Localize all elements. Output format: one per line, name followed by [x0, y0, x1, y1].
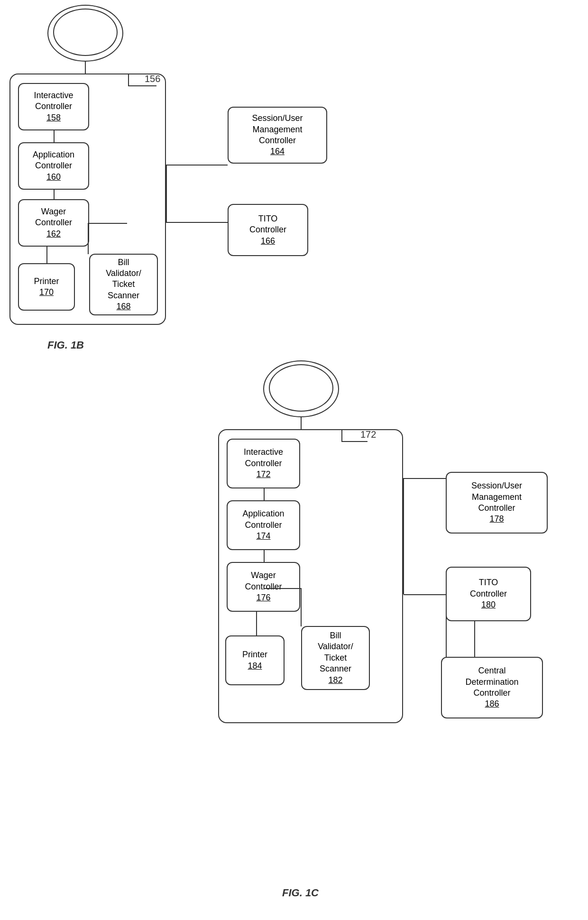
line-wc-p-1c [256, 612, 257, 636]
box-tito-180: TITOController 180 [446, 567, 531, 621]
box-session-164-title: Session/UserManagementController [252, 113, 303, 146]
box-tito-180-title: TITOController [470, 577, 507, 599]
arrow-172-h [341, 441, 368, 442]
line-right-1b [166, 165, 167, 222]
line-wc-bv-v-1b [88, 223, 89, 254]
line-wc-bv-v-1c [301, 588, 302, 626]
ref-172: 172 [360, 429, 376, 440]
box-bill-168-title: BillValidator/TicketScanner [106, 257, 141, 302]
box-application-160-title: ApplicationController [33, 149, 74, 172]
box-printer-184: Printer 184 [225, 635, 285, 685]
box-interactive-172-ref: 172 [256, 469, 270, 480]
line-tito-cd-v-1c [474, 621, 475, 657]
box-application-174: ApplicationController 174 [227, 500, 300, 550]
box-application-160-ref: 160 [46, 172, 61, 183]
box-interactive-158-ref: 158 [46, 112, 61, 123]
line-wc-bv-1b [89, 223, 127, 224]
box-printer-170-title: Printer [34, 276, 59, 287]
box-wager-162-ref: 162 [46, 229, 61, 239]
line-right-ext-1c [446, 594, 447, 657]
ref-156: 156 [145, 74, 160, 84]
box-bill-168: BillValidator/TicketScanner 168 [89, 254, 158, 315]
box-tito-166-ref: 166 [261, 236, 275, 247]
box-session-164-ref: 164 [270, 146, 285, 157]
box-interactive-172: InteractiveController 172 [227, 439, 300, 488]
box-printer-170: Printer 170 [18, 263, 75, 311]
box-application-174-title: ApplicationController [242, 508, 284, 531]
box-bill-182: BillValidator/TicketScanner 182 [301, 626, 370, 690]
box-session-178-title: Session/UserManagementController [471, 480, 522, 514]
box-bill-182-title: BillValidator/TicketScanner [318, 630, 353, 675]
box-wager-176-title: WagerController [245, 570, 282, 592]
person-head-inner-1b [53, 9, 118, 56]
box-interactive-172-title: InteractiveController [244, 447, 283, 469]
box-bill-182-ref: 182 [328, 675, 342, 686]
box-session-178-ref: 178 [489, 514, 504, 524]
line-ac-su-1c [404, 478, 446, 479]
arrow-156-h [128, 85, 156, 86]
box-tito-166: TITOController 166 [228, 204, 308, 256]
diagram-container: 156 InteractiveController 158 Applicatio… [0, 0, 588, 920]
box-wager-162-title: WagerController [35, 206, 72, 229]
person-neck-1b [85, 61, 86, 75]
line-wc-tito-1c [404, 594, 446, 595]
box-printer-184-title: Printer [242, 649, 267, 660]
box-session-164: Session/UserManagementController 164 [228, 107, 327, 164]
line-ic-ac-1c [264, 488, 265, 501]
line-ic-ac-1b [54, 130, 55, 143]
line-tito-cd-h-1c [446, 657, 474, 658]
arrow-156-v [128, 74, 129, 86]
box-interactive-158-title: InteractiveController [34, 90, 73, 112]
line-wc-bv-h-1c [264, 588, 301, 589]
box-printer-170-ref: 170 [39, 287, 54, 298]
box-bill-168-ref: 168 [116, 301, 130, 312]
box-application-160: ApplicationController 160 [18, 142, 89, 190]
box-wager-176: WagerController 176 [227, 562, 300, 612]
box-central-186: CentralDeterminationController 186 [441, 657, 543, 718]
line-right-1c [403, 478, 404, 594]
box-wager-176-ref: 176 [256, 592, 270, 603]
line-ac-wc-1b [54, 190, 55, 200]
fig-label-1b: FIG. 1B [47, 339, 84, 351]
line-wc-tito-1b [166, 222, 228, 223]
box-tito-166-title: TITOController [249, 213, 286, 236]
box-central-186-ref: 186 [485, 699, 499, 709]
box-wager-162: WagerController 162 [18, 199, 89, 247]
line-wc-p-1b [46, 247, 47, 264]
box-tito-180-ref: 180 [481, 599, 496, 610]
box-central-186-title: CentralDeterminationController [465, 665, 518, 699]
line-ac-su-1b [166, 165, 228, 166]
person-head-inner-1c [269, 364, 333, 412]
box-session-178: Session/UserManagementController 178 [446, 472, 548, 534]
line-ac-wc-1c [264, 550, 265, 562]
box-application-174-ref: 174 [256, 531, 270, 542]
box-interactive-158: InteractiveController 158 [18, 83, 89, 130]
fig-label-1c: FIG. 1C [282, 887, 319, 899]
arrow-172-v [341, 430, 342, 442]
person-neck-1c [301, 416, 302, 431]
box-printer-184-ref: 184 [248, 661, 262, 672]
